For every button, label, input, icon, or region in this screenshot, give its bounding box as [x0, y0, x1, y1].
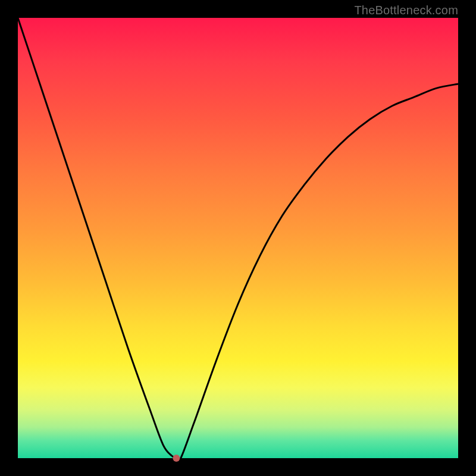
- plot-area: [18, 18, 458, 458]
- bottleneck-curve: [18, 18, 458, 461]
- chart-frame: TheBottleneck.com: [0, 0, 476, 476]
- optimum-marker: [173, 455, 180, 462]
- curve-layer: [18, 18, 458, 458]
- watermark-text: TheBottleneck.com: [354, 4, 458, 17]
